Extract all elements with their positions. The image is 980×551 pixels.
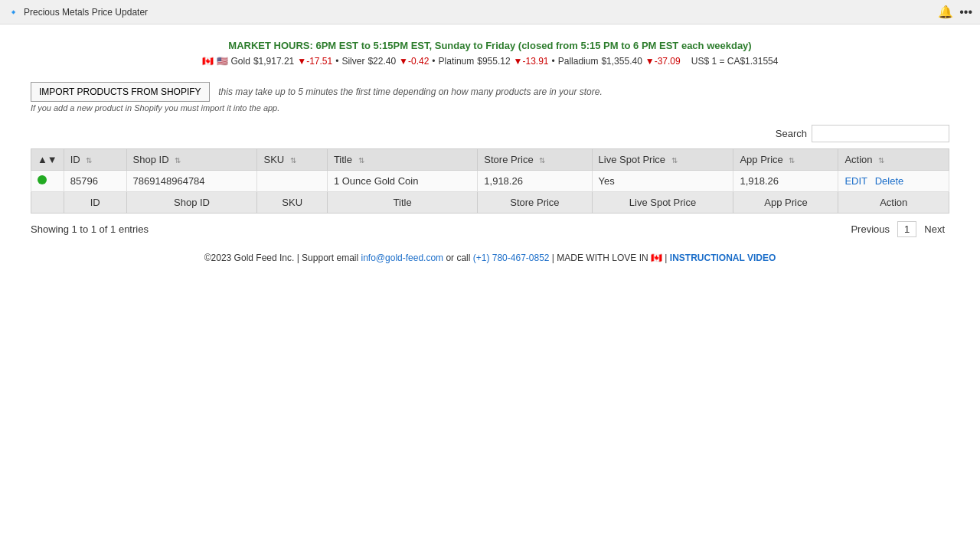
table-row: 85796 7869148964784 1 Ounce Gold Coin 1,… <box>31 171 949 192</box>
gold-label: Gold <box>231 56 250 67</box>
footer-row: Showing 1 to 1 of 1 entries Previous 1 N… <box>31 221 949 237</box>
products-table: ▲▼ ID ⇅ Shop ID ⇅ SKU ⇅ Title ⇅ <box>31 148 949 214</box>
row-id-cell: 85796 <box>64 171 126 192</box>
bell-icon[interactable]: 🔔 <box>938 5 953 19</box>
import-note: this may take up to 5 minutes the first … <box>218 86 603 97</box>
row-app-price-cell: 1,918.26 <box>733 171 838 192</box>
shop-id-sort-arrows: ⇅ <box>175 156 181 165</box>
gold-price: $1,917.21 <box>253 56 294 67</box>
main-content: MARKET HOURS: 6PM EST to 5:15PM EST, Sun… <box>0 24 980 551</box>
platinum-price: $955.12 <box>477 56 510 67</box>
call-text: or call <box>443 253 473 263</box>
col-action-label: Action <box>844 154 872 165</box>
row-status-cell <box>31 171 64 192</box>
col-app-price[interactable]: App Price ⇅ <box>733 149 838 171</box>
import-section: IMPORT PRODUCTS FROM SHOPIFY this may ta… <box>31 82 949 112</box>
col-sku-label: SKU <box>263 154 284 165</box>
col-store-price-bottom: Store Price <box>478 192 592 214</box>
import-button[interactable]: IMPORT PRODUCTS FROM SHOPIFY <box>31 82 210 102</box>
separator2: • <box>432 56 435 67</box>
platinum-change: ▼-13.91 <box>514 56 549 67</box>
support-email-link[interactable]: info@gold-feed.com <box>361 253 444 263</box>
col-id-label: ID <box>70 154 80 165</box>
row-shop-id-cell: 7869148964784 <box>126 171 257 192</box>
instructional-video-link[interactable]: INSTRUCTIONAL VIDEO <box>670 253 776 263</box>
sku-sort-arrows: ⇅ <box>290 156 296 165</box>
id-sort-arrows: ⇅ <box>86 156 92 165</box>
col-sort[interactable]: ▲▼ <box>31 149 64 171</box>
col-app-price-bottom: App Price <box>733 192 838 214</box>
titlebar: 🔹 Precious Metals Price Updater 🔔 ••• <box>0 0 980 24</box>
action-sort-arrows: ⇅ <box>878 156 884 165</box>
col-title[interactable]: Title ⇅ <box>327 149 477 171</box>
table-header-row: ▲▼ ID ⇅ Shop ID ⇅ SKU ⇅ Title ⇅ <box>31 149 949 171</box>
col-live-spot-price-label: Live Spot Price <box>599 154 665 165</box>
row-shop-id: 7869148964784 <box>133 175 205 187</box>
col-title-label: Title <box>334 154 352 165</box>
col-shop-id-label: Shop ID <box>133 154 169 165</box>
next-button[interactable]: Next <box>920 222 949 236</box>
delete-link[interactable]: Delete <box>875 175 904 187</box>
col-action: Action ⇅ <box>838 149 949 171</box>
footer-copyright: ©2023 Gold Feed Inc. | Support email inf… <box>31 253 949 263</box>
search-bar: Search <box>31 125 949 142</box>
row-live-spot-price: Yes <box>599 175 615 187</box>
col-store-price[interactable]: Store Price ⇅ <box>478 149 592 171</box>
import-sub: If you add a new product in Shopify you … <box>31 103 949 112</box>
exchange-rate: US$ 1 = CA$1.31554 <box>691 56 779 67</box>
col-shop-id-bottom: Shop ID <box>126 192 257 214</box>
row-app-price: 1,918.26 <box>740 175 779 187</box>
edit-link[interactable]: EDIT <box>844 175 867 187</box>
flag-us: 🇺🇸 <box>217 56 228 67</box>
pagination: Previous 1 Next <box>846 221 949 237</box>
col-shop-id[interactable]: Shop ID ⇅ <box>126 149 257 171</box>
col-title-bottom: Title <box>327 192 477 214</box>
row-live-spot-price-cell: Yes <box>592 171 733 192</box>
palladium-change: ▼-37.09 <box>645 56 681 67</box>
made-with-text: | MADE WITH LOVE IN <box>550 253 648 263</box>
table-footer-header-row: ID Shop ID SKU Title Store Price Live Sp… <box>31 192 949 214</box>
col-sort-bottom <box>31 192 64 214</box>
palladium-price: $1,355.40 <box>601 56 642 67</box>
col-live-spot-bottom: Live Spot Price <box>592 192 733 214</box>
col-sku-bottom: SKU <box>257 192 327 214</box>
platinum-label: Platinum <box>439 56 475 67</box>
col-app-price-label: App Price <box>740 154 782 165</box>
showing-text: Showing 1 to 1 of 1 entries <box>31 223 149 235</box>
row-title-cell: 1 Ounce Gold Coin <box>327 171 477 192</box>
search-label: Search <box>776 128 807 139</box>
silver-label: Silver <box>341 56 364 67</box>
separator1: • <box>335 56 338 67</box>
store-price-sort-arrows: ⇅ <box>539 156 545 165</box>
col-id-bottom: ID <box>64 192 126 214</box>
gold-change: ▼-17.51 <box>297 56 332 67</box>
market-hours-section: MARKET HOURS: 6PM EST to 5:15PM EST, Sun… <box>31 40 949 51</box>
previous-button[interactable]: Previous <box>846 222 894 236</box>
row-title: 1 Ounce Gold Coin <box>334 175 419 187</box>
search-input[interactable] <box>812 125 949 142</box>
col-live-spot-price[interactable]: Live Spot Price ⇅ <box>592 149 733 171</box>
silver-change: ▼-0.42 <box>399 56 429 67</box>
app-price-sort-arrows: ⇅ <box>789 156 795 165</box>
flag-ca: 🇨🇦 <box>202 56 214 67</box>
copyright-text: ©2023 Gold Feed Inc. | Support email <box>204 253 361 263</box>
phone-link[interactable]: (+1) 780-467-0852 <box>473 253 550 263</box>
col-id[interactable]: ID ⇅ <box>64 149 126 171</box>
separator3: • <box>552 56 555 67</box>
status-dot-active <box>38 175 47 184</box>
app-title: Precious Metals Price Updater <box>24 7 148 18</box>
titlebar-right: 🔔 ••• <box>938 5 972 19</box>
row-sku-cell <box>257 171 327 192</box>
silver-price: $22.40 <box>368 56 396 67</box>
prices-bar: 🇨🇦 🇺🇸 Gold $1,917.21 ▼-17.51 • Silver $2… <box>31 56 949 67</box>
more-icon[interactable]: ••• <box>959 5 972 19</box>
row-action-cell: EDIT Delete <box>838 171 949 192</box>
col-action-bottom: Action <box>838 192 949 214</box>
col-sku[interactable]: SKU ⇅ <box>257 149 327 171</box>
palladium-label: Palladium <box>558 56 599 67</box>
flag-ca-footer: 🇨🇦 <box>651 253 662 263</box>
sort-arrows: ▲▼ <box>38 154 57 165</box>
row-id: 85796 <box>70 175 98 187</box>
row-store-price: 1,918.26 <box>484 175 523 187</box>
app-icon: 🔹 <box>8 7 19 18</box>
